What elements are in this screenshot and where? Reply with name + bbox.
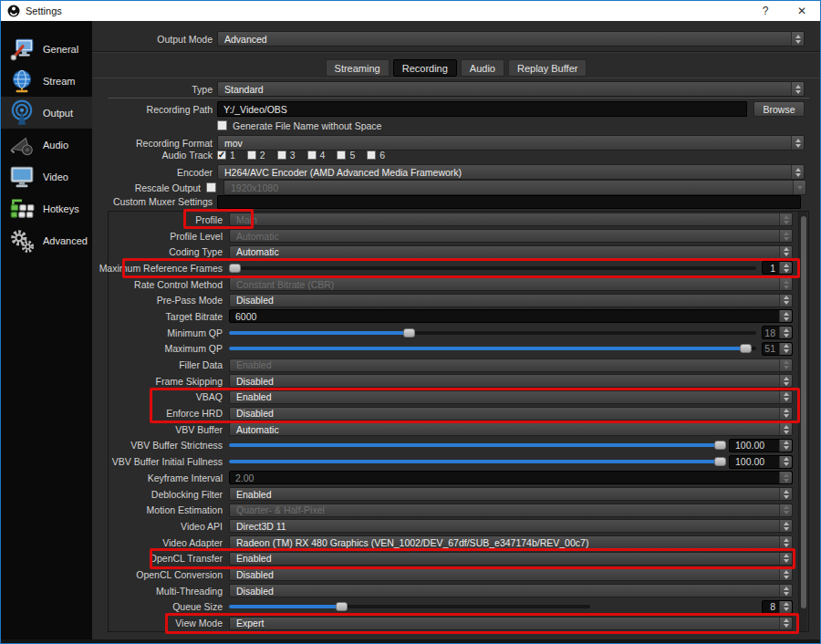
spin-arrows-icon[interactable] (779, 456, 792, 468)
minimum-qp-slider[interactable] (229, 331, 756, 335)
queue-size-slider[interactable] (229, 605, 590, 608)
spin-arrows-icon[interactable] (779, 585, 792, 597)
opencl-transfer-combo[interactable]: Enabled (229, 552, 793, 566)
encoder-combo[interactable]: H264/AVC Encoder (AMD Advanced Media Fra… (217, 164, 805, 180)
motion-estimation-combo[interactable]: Quarter- & Half-Pixel (229, 504, 793, 517)
browse-button[interactable]: Browse (753, 101, 805, 117)
video-api-combo[interactable]: Direct3D 11 (229, 519, 793, 533)
spin-arrows-icon[interactable] (779, 504, 792, 516)
spin-arrows-icon[interactable] (779, 408, 792, 420)
tab-audio[interactable]: Audio (461, 59, 504, 77)
generate-no-space-checkbox[interactable] (217, 120, 227, 130)
audio-track-checkbox[interactable] (367, 151, 376, 160)
spin-arrows-icon[interactable] (779, 568, 792, 580)
sidebar-item-general[interactable]: General (1, 33, 92, 65)
rate-control-method-combo[interactable]: Constant Bitrate (CBR) (229, 277, 793, 291)
spin-arrows-icon[interactable] (791, 82, 804, 96)
spin-arrows-icon[interactable] (779, 327, 792, 338)
spin-arrows-icon[interactable] (779, 520, 792, 532)
spin-arrows-icon[interactable] (779, 213, 792, 225)
spin-arrows-icon[interactable] (779, 359, 792, 371)
help-button[interactable]: ? (747, 1, 784, 21)
spin-arrows-icon[interactable] (779, 278, 792, 290)
scrollbar-handle[interactable] (801, 216, 806, 608)
spin-arrows-icon[interactable] (779, 375, 792, 387)
coding-type-combo[interactable]: Automatic (229, 245, 793, 259)
spin-arrows-icon[interactable] (779, 230, 792, 242)
spin-arrows-icon[interactable] (779, 262, 792, 274)
pre-pass-mode-combo[interactable]: Disabled (229, 294, 793, 307)
minimum-qp-spinbox[interactable]: 18 (762, 326, 793, 339)
spin-arrows-icon[interactable] (779, 488, 792, 500)
keyframe-interval-spinbox[interactable]: 2.00 (229, 471, 793, 484)
recording-path-input[interactable]: Y:/_Video/OBS (217, 101, 747, 117)
spin-arrows-icon[interactable] (779, 310, 792, 322)
spin-arrows-icon[interactable] (779, 553, 792, 565)
tab-recording[interactable]: Recording (393, 59, 457, 77)
slider-handle[interactable] (403, 328, 415, 338)
vbv-buffer-strictness-slider[interactable] (229, 443, 726, 447)
slider-handle[interactable] (229, 264, 241, 273)
slider-handle[interactable] (336, 602, 348, 611)
slider-handle[interactable] (714, 441, 726, 450)
rescale-combo[interactable]: 1920x1080 (223, 180, 806, 195)
spin-arrows-icon[interactable] (791, 136, 804, 150)
close-button[interactable]: ✕ (784, 1, 820, 21)
spin-arrows-icon[interactable] (779, 472, 792, 483)
spin-arrows-icon[interactable] (779, 343, 792, 355)
vbv-buffer-initial-fullness-spinbox[interactable]: 100.00 (729, 455, 793, 469)
tab-replay-buffer[interactable]: Replay Buffer (508, 59, 587, 77)
sidebar-item-audio[interactable]: Audio (1, 129, 92, 161)
audio-track-checkbox[interactable] (247, 151, 256, 160)
audio-track-checkbox[interactable] (277, 151, 286, 160)
audio-track-checkbox[interactable] (337, 151, 346, 160)
enforce-hrd-combo[interactable]: Disabled (229, 407, 793, 421)
rescale-value: 1920x1080 (224, 182, 793, 193)
slider-handle[interactable] (740, 344, 752, 353)
vbaq-combo[interactable]: Enabled (229, 390, 793, 404)
sidebar-item-stream[interactable]: Stream (1, 65, 92, 97)
scrollbar-track[interactable] (798, 212, 807, 631)
sidebar-item-hotkeys[interactable]: Hotkeys (1, 192, 92, 224)
audio-track-checkbox[interactable] (217, 151, 226, 160)
output-mode-combo[interactable]: Advanced (217, 31, 805, 47)
sidebar-item-video[interactable]: Video (1, 161, 92, 192)
spin-arrows-icon[interactable] (779, 295, 792, 306)
spin-arrows-icon[interactable] (779, 536, 792, 548)
rescale-checkbox[interactable] (206, 182, 216, 192)
deblocking-filter-combo[interactable]: Enabled (229, 487, 793, 501)
maximum-qp-slider[interactable] (229, 347, 756, 350)
dropdown-arrow-icon[interactable] (793, 181, 805, 194)
video-adapter-combo[interactable]: Radeon (TM) RX 480 Graphics (VEN_1002/DE… (229, 535, 793, 549)
profile-level-combo[interactable]: Automatic (229, 229, 793, 243)
queue-size-spinbox[interactable]: 8 (762, 600, 793, 614)
muxer-input[interactable] (217, 195, 801, 209)
profile-combo[interactable]: Main (229, 213, 793, 226)
spin-arrows-icon[interactable] (779, 440, 792, 452)
opencl-conversion-combo[interactable]: Disabled (229, 567, 793, 581)
vbv-buffer-strictness-spinbox[interactable]: 100.00 (729, 439, 793, 452)
filler-data-combo[interactable]: Enabled (229, 358, 793, 372)
spin-arrows-icon[interactable] (779, 391, 792, 403)
maximum-reference-frames-spinbox[interactable]: 1 (762, 261, 793, 275)
target-bitrate-spinbox[interactable]: 6000 (229, 309, 793, 323)
vbv-buffer-initial-fullness-slider[interactable] (229, 460, 726, 463)
spin-arrows-icon[interactable] (791, 165, 804, 179)
spin-arrows-icon[interactable] (779, 423, 792, 435)
frame-skipping-combo[interactable]: Disabled (229, 374, 793, 388)
sidebar-item-advanced[interactable]: Advanced (1, 224, 92, 256)
vbv-buffer-combo[interactable]: Automatic (229, 422, 793, 436)
sidebar-item-output[interactable]: Output (1, 97, 92, 129)
audio-track-checkbox[interactable] (307, 151, 317, 160)
view-mode-combo[interactable]: Expert (229, 617, 793, 630)
maximum-qp-spinbox[interactable]: 51 (762, 342, 793, 356)
type-combo[interactable]: Standard (217, 81, 805, 97)
slider-handle[interactable] (714, 457, 726, 466)
spin-arrows-icon[interactable] (779, 246, 792, 258)
tab-streaming[interactable]: Streaming (326, 59, 390, 77)
multi-threading-combo[interactable]: Disabled (229, 584, 793, 597)
spin-arrows-icon[interactable] (791, 32, 804, 46)
spin-arrows-icon[interactable] (779, 601, 792, 613)
maximum-reference-frames-slider[interactable] (229, 266, 756, 270)
spin-arrows-icon[interactable] (779, 618, 792, 629)
